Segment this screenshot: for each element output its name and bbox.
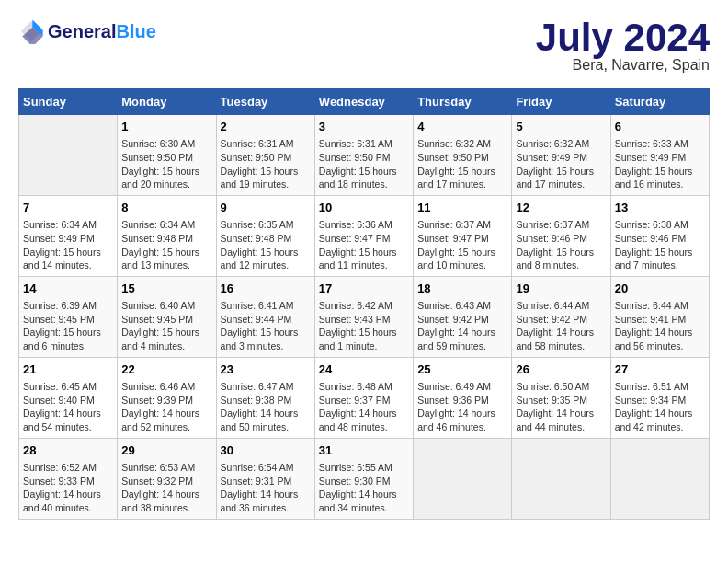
calendar-cell: 2Sunrise: 6:31 AM Sunset: 9:50 PM Daylig… [216, 115, 314, 196]
calendar-cell: 28Sunrise: 6:52 AM Sunset: 9:33 PM Dayli… [19, 438, 118, 519]
calendar-week-row: 28Sunrise: 6:52 AM Sunset: 9:33 PM Dayli… [19, 438, 710, 519]
day-number: 17 [319, 281, 409, 297]
cell-content: Sunrise: 6:35 AM Sunset: 9:48 PM Dayligh… [221, 218, 311, 272]
calendar-cell: 5Sunrise: 6:32 AM Sunset: 9:49 PM Daylig… [512, 115, 610, 196]
cell-content: Sunrise: 6:37 AM Sunset: 9:47 PM Dayligh… [417, 218, 507, 272]
calendar-cell: 22Sunrise: 6:46 AM Sunset: 9:39 PM Dayli… [118, 357, 216, 438]
logo: GeneralBlue [18, 18, 156, 44]
calendar-cell: 21Sunrise: 6:45 AM Sunset: 9:40 PM Dayli… [19, 357, 118, 438]
cell-content: Sunrise: 6:45 AM Sunset: 9:40 PM Dayligh… [23, 380, 113, 434]
calendar-header-row: SundayMondayTuesdayWednesdayThursdayFrid… [19, 89, 710, 115]
calendar-cell: 10Sunrise: 6:36 AM Sunset: 9:47 PM Dayli… [314, 195, 413, 276]
day-of-week-header: Sunday [19, 89, 118, 115]
cell-content: Sunrise: 6:49 AM Sunset: 9:36 PM Dayligh… [417, 380, 507, 434]
calendar-cell [512, 438, 610, 519]
day-number: 3 [319, 119, 409, 135]
cell-content: Sunrise: 6:44 AM Sunset: 9:42 PM Dayligh… [516, 299, 606, 353]
day-number: 28 [23, 442, 113, 459]
cell-content: Sunrise: 6:51 AM Sunset: 9:34 PM Dayligh… [615, 380, 705, 434]
calendar-cell [414, 438, 512, 519]
day-of-week-header: Thursday [414, 89, 512, 115]
day-number: 26 [516, 362, 606, 378]
calendar-cell: 19Sunrise: 6:44 AM Sunset: 9:42 PM Dayli… [512, 276, 610, 357]
day-of-week-header: Tuesday [216, 89, 314, 115]
cell-content: Sunrise: 6:34 AM Sunset: 9:48 PM Dayligh… [121, 218, 211, 272]
day-number: 13 [615, 200, 705, 216]
cell-content: Sunrise: 6:46 AM Sunset: 9:39 PM Dayligh… [121, 380, 211, 434]
day-number: 25 [417, 362, 507, 378]
day-number: 14 [23, 281, 113, 297]
calendar-cell: 24Sunrise: 6:48 AM Sunset: 9:37 PM Dayli… [314, 357, 413, 438]
calendar-cell: 14Sunrise: 6:39 AM Sunset: 9:45 PM Dayli… [19, 276, 118, 357]
calendar-cell: 27Sunrise: 6:51 AM Sunset: 9:34 PM Dayli… [610, 357, 709, 438]
day-number: 16 [221, 281, 311, 297]
cell-content: Sunrise: 6:54 AM Sunset: 9:31 PM Dayligh… [221, 461, 311, 515]
day-number: 1 [121, 119, 211, 135]
calendar-cell: 31Sunrise: 6:55 AM Sunset: 9:30 PM Dayli… [314, 438, 413, 519]
logo-icon [18, 18, 44, 44]
location-subtitle: Bera, Navarre, Spain [536, 57, 710, 74]
day-number: 6 [615, 119, 705, 135]
cell-content: Sunrise: 6:36 AM Sunset: 9:47 PM Dayligh… [319, 218, 409, 272]
day-number: 30 [221, 442, 311, 459]
day-number: 18 [417, 281, 507, 297]
calendar-cell: 13Sunrise: 6:38 AM Sunset: 9:46 PM Dayli… [610, 195, 709, 276]
calendar-cell: 18Sunrise: 6:43 AM Sunset: 9:42 PM Dayli… [414, 276, 512, 357]
calendar-cell: 15Sunrise: 6:40 AM Sunset: 9:45 PM Dayli… [118, 276, 216, 357]
calendar-cell: 29Sunrise: 6:53 AM Sunset: 9:32 PM Dayli… [118, 438, 216, 519]
cell-content: Sunrise: 6:39 AM Sunset: 9:45 PM Dayligh… [23, 299, 113, 353]
cell-content: Sunrise: 6:38 AM Sunset: 9:46 PM Dayligh… [615, 218, 705, 272]
day-number: 29 [121, 442, 211, 459]
day-number: 27 [615, 362, 705, 378]
calendar-cell: 20Sunrise: 6:44 AM Sunset: 9:41 PM Dayli… [610, 276, 709, 357]
calendar-cell: 11Sunrise: 6:37 AM Sunset: 9:47 PM Dayli… [414, 195, 512, 276]
day-number: 5 [516, 119, 606, 135]
cell-content: Sunrise: 6:32 AM Sunset: 9:49 PM Dayligh… [516, 137, 606, 191]
day-number: 8 [121, 200, 211, 216]
calendar-cell: 7Sunrise: 6:34 AM Sunset: 9:49 PM Daylig… [19, 195, 118, 276]
day-number: 12 [516, 200, 606, 216]
calendar-cell: 3Sunrise: 6:31 AM Sunset: 9:50 PM Daylig… [314, 115, 413, 196]
day-number: 9 [221, 200, 311, 216]
calendar-cell: 17Sunrise: 6:42 AM Sunset: 9:43 PM Dayli… [314, 276, 413, 357]
day-of-week-header: Monday [118, 89, 216, 115]
calendar-week-row: 14Sunrise: 6:39 AM Sunset: 9:45 PM Dayli… [19, 276, 710, 357]
calendar-cell: 8Sunrise: 6:34 AM Sunset: 9:48 PM Daylig… [118, 195, 216, 276]
day-number: 20 [615, 281, 705, 297]
cell-content: Sunrise: 6:30 AM Sunset: 9:50 PM Dayligh… [121, 137, 211, 191]
calendar-cell: 1Sunrise: 6:30 AM Sunset: 9:50 PM Daylig… [118, 115, 216, 196]
calendar-table: SundayMondayTuesdayWednesdayThursdayFrid… [18, 88, 710, 520]
day-of-week-header: Wednesday [314, 89, 413, 115]
calendar-cell: 12Sunrise: 6:37 AM Sunset: 9:46 PM Dayli… [512, 195, 610, 276]
cell-content: Sunrise: 6:43 AM Sunset: 9:42 PM Dayligh… [417, 299, 507, 353]
day-number: 7 [23, 200, 113, 216]
cell-content: Sunrise: 6:52 AM Sunset: 9:33 PM Dayligh… [23, 461, 113, 515]
cell-content: Sunrise: 6:34 AM Sunset: 9:49 PM Dayligh… [23, 218, 113, 272]
day-of-week-header: Saturday [610, 89, 709, 115]
calendar-cell: 6Sunrise: 6:33 AM Sunset: 9:49 PM Daylig… [610, 115, 709, 196]
logo-text: GeneralBlue [48, 21, 156, 42]
cell-content: Sunrise: 6:44 AM Sunset: 9:41 PM Dayligh… [615, 299, 705, 353]
cell-content: Sunrise: 6:47 AM Sunset: 9:38 PM Dayligh… [221, 380, 311, 434]
day-number: 19 [516, 281, 606, 297]
calendar-week-row: 7Sunrise: 6:34 AM Sunset: 9:49 PM Daylig… [19, 195, 710, 276]
day-number: 22 [121, 362, 211, 378]
calendar-cell: 30Sunrise: 6:54 AM Sunset: 9:31 PM Dayli… [216, 438, 314, 519]
cell-content: Sunrise: 6:33 AM Sunset: 9:49 PM Dayligh… [615, 137, 705, 191]
calendar-cell: 26Sunrise: 6:50 AM Sunset: 9:35 PM Dayli… [512, 357, 610, 438]
day-number: 10 [319, 200, 409, 216]
day-number: 23 [221, 362, 311, 378]
page-header: GeneralBlue July 2024 Bera, Navarre, Spa… [18, 18, 710, 74]
calendar-cell: 23Sunrise: 6:47 AM Sunset: 9:38 PM Dayli… [216, 357, 314, 438]
cell-content: Sunrise: 6:37 AM Sunset: 9:46 PM Dayligh… [516, 218, 606, 272]
calendar-week-row: 21Sunrise: 6:45 AM Sunset: 9:40 PM Dayli… [19, 357, 710, 438]
title-block: July 2024 Bera, Navarre, Spain [536, 18, 710, 74]
calendar-cell: 9Sunrise: 6:35 AM Sunset: 9:48 PM Daylig… [216, 195, 314, 276]
cell-content: Sunrise: 6:48 AM Sunset: 9:37 PM Dayligh… [319, 380, 409, 434]
calendar-week-row: 1Sunrise: 6:30 AM Sunset: 9:50 PM Daylig… [19, 115, 710, 196]
calendar-cell [610, 438, 709, 519]
calendar-cell: 4Sunrise: 6:32 AM Sunset: 9:50 PM Daylig… [414, 115, 512, 196]
cell-content: Sunrise: 6:31 AM Sunset: 9:50 PM Dayligh… [221, 137, 311, 191]
cell-content: Sunrise: 6:31 AM Sunset: 9:50 PM Dayligh… [319, 137, 409, 191]
cell-content: Sunrise: 6:55 AM Sunset: 9:30 PM Dayligh… [319, 461, 409, 515]
